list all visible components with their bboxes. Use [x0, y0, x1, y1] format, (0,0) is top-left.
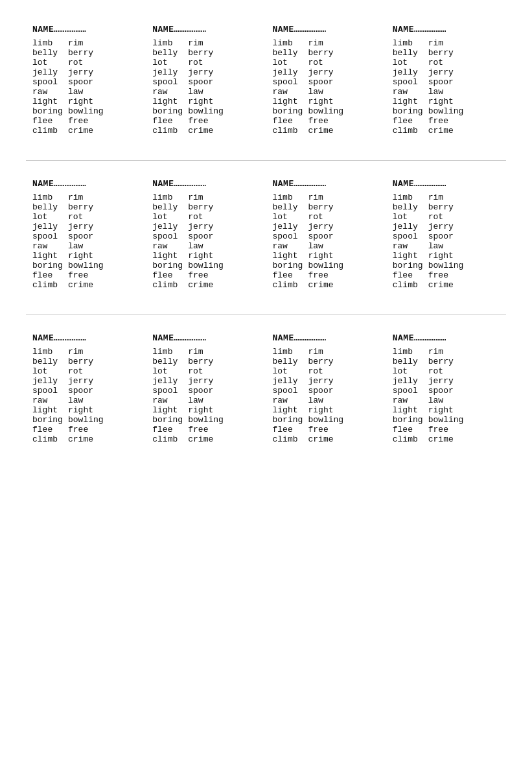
word-left: light: [393, 251, 428, 261]
word-left: climb: [152, 126, 188, 136]
word-right: right: [428, 251, 454, 261]
word-row: climbcrime: [32, 434, 139, 444]
word-left: lot: [393, 58, 428, 67]
word-row: boringbowling: [32, 261, 139, 270]
word-left: light: [152, 405, 188, 415]
word-left: boring: [32, 106, 68, 116]
word-row: bellyberry: [273, 202, 380, 212]
word-right: spoor: [308, 231, 334, 241]
word-row: limbrim: [393, 193, 500, 202]
word-pairs-list: limbrimbellyberrylotrotjellyjerryspoolsp…: [273, 193, 380, 290]
word-card: NAME………………limbrimbellyberrylotrotjellyje…: [26, 328, 146, 449]
word-pairs-list: limbrimbellyberrylotrotjellyjerryspoolsp…: [393, 38, 500, 136]
word-row: lightright: [152, 405, 259, 415]
word-row: fleefree: [152, 270, 259, 280]
word-row: bellyberry: [393, 357, 500, 366]
word-left: lot: [273, 58, 308, 67]
card-name-label: NAME………………: [32, 25, 139, 34]
word-row: lightright: [32, 97, 139, 106]
word-right: jerry: [68, 376, 93, 386]
word-left: light: [393, 97, 428, 106]
word-right: spoor: [308, 77, 334, 87]
word-row: boringbowling: [273, 261, 380, 270]
word-right: free: [308, 116, 329, 126]
word-left: light: [152, 97, 188, 106]
card-row-3: NAME………………limbrimbellyberrylotrotjellyje…: [26, 328, 506, 449]
word-left: boring: [32, 261, 68, 270]
word-right: rim: [428, 38, 443, 48]
word-right: right: [308, 251, 334, 261]
word-right: free: [188, 116, 208, 126]
word-left: lot: [393, 366, 428, 376]
word-left: jelly: [393, 67, 428, 77]
word-left: boring: [152, 261, 188, 270]
word-right: right: [188, 251, 213, 261]
word-right: spoor: [188, 231, 213, 241]
word-left: boring: [152, 415, 188, 425]
word-row: lotrot: [32, 366, 139, 376]
word-right: spoor: [68, 77, 93, 87]
word-left: jelly: [152, 376, 188, 386]
word-left: jelly: [273, 222, 308, 231]
word-left: limb: [32, 193, 68, 202]
word-left: limb: [32, 38, 68, 48]
word-right: jerry: [308, 376, 334, 386]
word-right: spoor: [308, 386, 334, 396]
word-row: fleefree: [152, 425, 259, 434]
word-left: lot: [32, 58, 68, 67]
word-right: jerry: [308, 222, 334, 231]
word-row: bellyberry: [273, 357, 380, 366]
word-right: berry: [188, 202, 213, 212]
word-left: lot: [152, 58, 188, 67]
word-right: bowling: [68, 415, 104, 425]
card-name-label: NAME………………: [152, 179, 259, 189]
word-left: raw: [273, 396, 308, 405]
word-row: climbcrime: [393, 280, 500, 290]
word-right: bowling: [428, 261, 464, 270]
word-left: boring: [273, 106, 308, 116]
word-row: fleefree: [273, 270, 380, 280]
word-right: jerry: [188, 67, 213, 77]
word-left: belly: [152, 202, 188, 212]
word-right: rim: [308, 193, 323, 202]
word-row: limbrim: [393, 347, 500, 357]
word-row: rawlaw: [32, 87, 139, 97]
word-card: NAME………………limbrimbellyberrylotrotjellyje…: [266, 19, 386, 141]
word-row: bellyberry: [152, 357, 259, 366]
word-left: lot: [273, 212, 308, 222]
word-left: climb: [273, 434, 308, 444]
word-left: spool: [152, 77, 188, 87]
card-name-label: NAME………………: [152, 25, 259, 34]
word-right: rot: [428, 58, 443, 67]
word-left: spool: [273, 77, 308, 87]
word-left: light: [273, 405, 308, 415]
word-left: raw: [273, 87, 308, 97]
word-row: rawlaw: [152, 241, 259, 251]
word-row: lotrot: [393, 212, 500, 222]
word-left: boring: [273, 261, 308, 270]
word-row: spoolspoor: [393, 77, 500, 87]
word-row: bellyberry: [32, 202, 139, 212]
word-right: crime: [188, 434, 213, 444]
word-card: NAME………………limbrimbellyberrylotrotjellyje…: [146, 19, 266, 141]
word-right: rim: [188, 193, 203, 202]
word-right: jerry: [308, 67, 334, 77]
word-left: climb: [393, 280, 428, 290]
word-row: lightright: [273, 405, 380, 415]
word-right: right: [428, 97, 454, 106]
word-row: boringbowling: [152, 261, 259, 270]
word-right: jerry: [68, 67, 93, 77]
word-left: boring: [393, 106, 428, 116]
word-right: rim: [188, 347, 203, 357]
word-row: jellyjerry: [273, 67, 380, 77]
word-row: limbrim: [273, 38, 380, 48]
word-left: flee: [393, 270, 428, 280]
word-right: jerry: [68, 222, 93, 231]
word-left: jelly: [32, 67, 68, 77]
word-row: jellyjerry: [152, 222, 259, 231]
word-left: lot: [32, 366, 68, 376]
word-row: bellyberry: [273, 48, 380, 58]
word-row: lotrot: [393, 58, 500, 67]
word-card: NAME………………limbrimbellyberrylotrotjellyje…: [266, 328, 386, 449]
word-right: berry: [308, 48, 334, 58]
